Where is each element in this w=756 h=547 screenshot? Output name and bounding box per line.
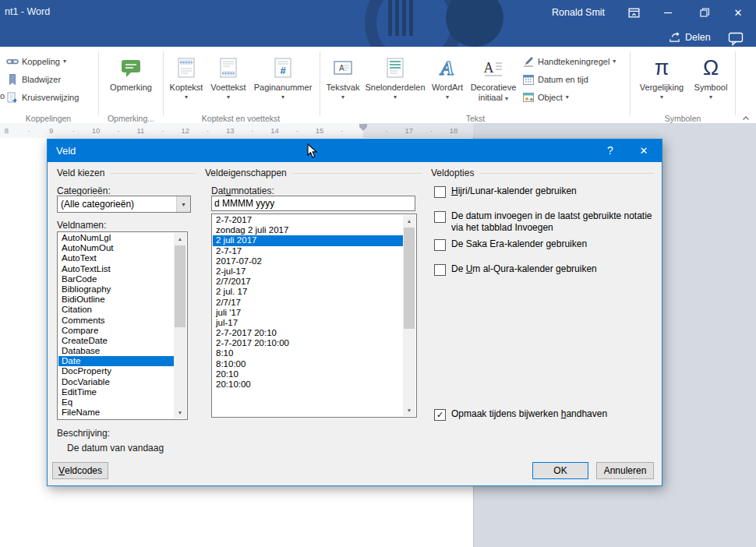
date-format-item[interactable]: 20:10:00 bbox=[213, 379, 403, 390]
checkbox-insert-last-used-format[interactable]: De datum invoegen in de laatst gebruikte… bbox=[434, 210, 655, 234]
checkbox-label: De Saka Era-kalender gebruiken bbox=[451, 238, 587, 250]
date-format-item[interactable]: 2-7-2017 bbox=[213, 215, 403, 225]
ribbon-display-options-button[interactable] bbox=[620, 3, 647, 22]
field-name-item[interactable]: AutoNumLgl bbox=[58, 233, 174, 243]
feedback-button[interactable] bbox=[728, 31, 744, 47]
field-codes-button[interactable]: Veldcodes bbox=[52, 462, 108, 479]
wordart-button[interactable]: A WordArt ▾ bbox=[428, 53, 467, 101]
object-label: Object bbox=[538, 93, 563, 102]
dialog-close-button[interactable]: ✕ bbox=[626, 139, 662, 162]
page-number-button[interactable]: # Paginanummer ▾ bbox=[251, 53, 315, 101]
signature-line-button[interactable]: Handtekeningregel ▾ bbox=[522, 54, 616, 69]
scroll-up-icon[interactable]: ▲ bbox=[403, 215, 415, 227]
date-format-item[interactable]: 2/7/2017 bbox=[213, 277, 403, 287]
footer-button[interactable]: Voettekst ▾ bbox=[207, 53, 249, 101]
field-name-item[interactable]: BarCode bbox=[58, 274, 174, 284]
checkbox-um-al-qura-calendar[interactable]: De Um al-Qura-kalender gebruiken bbox=[434, 263, 597, 276]
scroll-down-icon[interactable]: ▼ bbox=[403, 404, 415, 416]
checkbox-hijri-calendar[interactable]: Hijri/Lunar-kalender gebruiken bbox=[434, 185, 577, 198]
link-button[interactable]: Koppeling ▾ bbox=[6, 54, 66, 69]
svg-text:A: A bbox=[439, 57, 454, 79]
date-format-item[interactable]: zondag 2 juli 2017 bbox=[213, 225, 403, 235]
text-box-button[interactable]: A Tekstvak ▾ bbox=[323, 53, 362, 101]
date-format-item[interactable]: 20:10 bbox=[213, 369, 403, 379]
field-name-item[interactable]: FileName bbox=[58, 408, 174, 418]
equation-button[interactable]: π Vergelijking ▾ bbox=[634, 53, 689, 101]
cancel-button[interactable]: Annuleren bbox=[596, 462, 654, 479]
drop-cap-button[interactable]: A Decoratieve initiaal ▾ bbox=[468, 53, 518, 103]
scroll-up-icon[interactable]: ▲ bbox=[174, 233, 186, 245]
text-box-icon: A bbox=[333, 58, 353, 78]
section-veld-kiezen: Veld kiezen bbox=[57, 168, 196, 178]
group-label-koppelingen: Koppelingen bbox=[3, 114, 94, 123]
dialog-help-button[interactable]: ? bbox=[595, 139, 626, 162]
date-format-item[interactable]: 8:10:00 bbox=[213, 359, 403, 369]
scrollbar-thumb[interactable] bbox=[175, 245, 185, 327]
chevron-down-icon: ▾ bbox=[341, 94, 344, 101]
date-format-item[interactable]: juli '17 bbox=[213, 308, 403, 318]
equation-label: Vergelijking bbox=[640, 83, 684, 93]
share-button[interactable]: Delen bbox=[669, 31, 711, 43]
field-name-item[interactable]: Database bbox=[58, 346, 174, 356]
ok-button[interactable]: OK bbox=[532, 462, 588, 479]
header-button[interactable]: Koptekst ▾ bbox=[166, 53, 207, 101]
field-name-item[interactable]: AutoNumOut bbox=[58, 243, 174, 253]
date-format-item[interactable]: 2-7-2017 20:10:00 bbox=[213, 338, 403, 348]
chevron-up-icon bbox=[740, 114, 751, 123]
group-divider bbox=[98, 51, 99, 115]
field-name-item[interactable]: AutoText bbox=[58, 253, 174, 263]
date-format-item[interactable]: 8:10 bbox=[213, 348, 403, 358]
field-name-item[interactable]: BidiOutline bbox=[58, 295, 174, 305]
collapse-ribbon-button[interactable] bbox=[740, 112, 753, 122]
date-format-item[interactable]: 2 juli 2017 bbox=[213, 235, 403, 245]
cross-reference-button[interactable]: Kruisverwijzing bbox=[6, 90, 79, 105]
scroll-down-icon[interactable]: ▼ bbox=[174, 407, 186, 418]
field-names-scrollbar[interactable]: ▲ ▼ bbox=[174, 233, 186, 418]
chevron-down-icon[interactable]: ▾ bbox=[176, 196, 190, 212]
cross-reference-icon bbox=[6, 91, 19, 104]
field-name-item[interactable]: Date bbox=[58, 356, 174, 366]
date-format-item[interactable]: 2-7-2017 20:10 bbox=[213, 328, 403, 338]
categories-dropdown[interactable]: (Alle categorieën) ▾ bbox=[57, 196, 191, 213]
field-name-item[interactable]: Citation bbox=[58, 305, 174, 315]
word-application-window: nt1 - Word Ronald Smit ✕ bbox=[0, 0, 756, 547]
field-name-item[interactable]: Bibliography bbox=[58, 284, 174, 295]
date-format-item[interactable]: jul-17 bbox=[213, 318, 403, 328]
ruler-token: 13 bbox=[219, 123, 242, 138]
link-label: Koppeling bbox=[22, 57, 60, 66]
symbol-label: Symbool bbox=[694, 83, 728, 93]
quick-parts-button[interactable]: Snelonderdelen ▾ bbox=[363, 53, 427, 101]
object-button[interactable]: Object ▾ bbox=[522, 90, 569, 105]
date-formats-scrollbar[interactable]: ▲ ▼ bbox=[403, 215, 415, 416]
scrollbar-thumb[interactable] bbox=[404, 228, 415, 329]
ruler-token: · bbox=[330, 123, 353, 138]
ribbon: o Koppeling ▾ Bladwijzer Kruisverwijzi bbox=[0, 47, 756, 123]
field-name-item[interactable]: Compare bbox=[58, 326, 174, 336]
ruler-token: · bbox=[376, 123, 398, 138]
bookmark-button[interactable]: Bladwijzer bbox=[6, 72, 61, 87]
minimize-button[interactable] bbox=[655, 3, 681, 22]
field-name-item[interactable]: Eq bbox=[58, 397, 174, 408]
checkbox-preserve-formatting[interactable]: ✓ Opmaak tijdens bijwerken handhaven bbox=[434, 408, 607, 421]
user-account-name[interactable]: Ronald Smit bbox=[552, 7, 605, 18]
field-name-item[interactable]: DocVariable bbox=[58, 377, 174, 387]
field-name-item[interactable]: CreateDate bbox=[58, 336, 174, 346]
field-name-item[interactable]: Comments bbox=[58, 316, 174, 326]
date-format-input[interactable] bbox=[211, 196, 415, 211]
dialog-title-bar[interactable]: Veld ? ✕ bbox=[48, 139, 662, 162]
field-name-item[interactable]: DocProperty bbox=[58, 366, 174, 376]
field-name-item[interactable]: EditTime bbox=[58, 387, 174, 397]
restore-button[interactable] bbox=[691, 3, 718, 22]
symbol-button[interactable]: Ω Symbool ▾ bbox=[691, 53, 731, 101]
date-time-button[interactable]: Datum en tijd bbox=[522, 72, 588, 87]
field-name-item[interactable]: AutoTextList bbox=[58, 264, 174, 274]
date-format-item[interactable]: 2/7/17 bbox=[213, 298, 403, 308]
close-window-button[interactable]: ✕ bbox=[725, 3, 751, 22]
date-format-item[interactable]: 2-7-17 bbox=[213, 246, 403, 256]
comment-button[interactable]: Opmerking bbox=[103, 53, 159, 93]
checkbox-saka-era-calendar[interactable]: De Saka Era-kalender gebruiken bbox=[434, 238, 587, 251]
date-format-item[interactable]: 2-jul-17 bbox=[213, 266, 403, 277]
comment-bubble-icon bbox=[728, 31, 744, 46]
date-format-item[interactable]: 2 jul. 17 bbox=[213, 287, 403, 297]
date-format-item[interactable]: 2017-07-02 bbox=[213, 256, 403, 266]
